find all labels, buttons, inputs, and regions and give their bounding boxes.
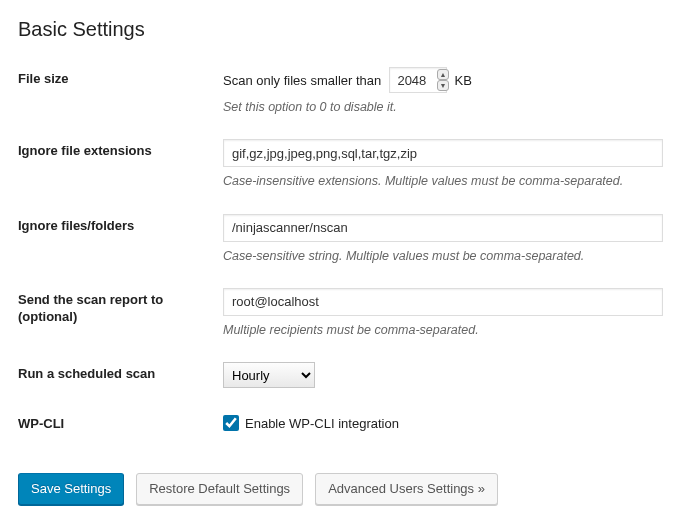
row-ignore-ext: Ignore file extensions Case-insensitive … (18, 139, 672, 189)
report-to-description: Multiple recipients must be comma-separa… (223, 322, 663, 338)
wpcli-checkbox-wrap[interactable]: Enable WP-CLI integration (223, 412, 663, 431)
row-scheduled: Run a scheduled scan Hourly (18, 362, 672, 388)
label-report-to: Send the scan report to (optional) (18, 288, 223, 326)
save-button[interactable]: Save Settings (18, 473, 124, 505)
report-to-input[interactable] (223, 288, 663, 316)
label-ignore-ext: Ignore file extensions (18, 139, 223, 160)
wpcli-checkbox[interactable] (223, 415, 239, 431)
row-wpcli: WP-CLI Enable WP-CLI integration (18, 412, 672, 433)
ignore-paths-description: Case-sensitive string. Multiple values m… (223, 248, 663, 264)
advanced-settings-button[interactable]: Advanced Users Settings » (315, 473, 498, 505)
ignore-paths-input[interactable] (223, 214, 663, 242)
page-title: Basic Settings (18, 18, 672, 41)
label-file-size: File size (18, 67, 223, 88)
spinner-up-icon[interactable]: ▲ (437, 69, 449, 80)
label-wpcli: WP-CLI (18, 412, 223, 433)
row-file-size: File size Scan only files smaller than ▲… (18, 67, 672, 115)
file-size-suffix-text: KB (455, 73, 472, 88)
spinner-down-icon[interactable]: ▼ (437, 80, 449, 91)
wpcli-checkbox-label: Enable WP-CLI integration (245, 416, 399, 431)
file-size-description: Set this option to 0 to disable it. (223, 99, 663, 115)
row-report-to: Send the scan report to (optional) Multi… (18, 288, 672, 338)
ignore-ext-description: Case-insensitive extensions. Multiple va… (223, 173, 663, 189)
restore-defaults-button[interactable]: Restore Default Settings (136, 473, 303, 505)
label-ignore-paths: Ignore files/folders (18, 214, 223, 235)
ignore-ext-input[interactable] (223, 139, 663, 167)
scheduled-select[interactable]: Hourly (223, 362, 315, 388)
buttons-row: Save Settings Restore Default Settings A… (18, 473, 672, 505)
label-scheduled: Run a scheduled scan (18, 362, 223, 383)
file-size-prefix-text: Scan only files smaller than (223, 73, 381, 88)
row-ignore-paths: Ignore files/folders Case-sensitive stri… (18, 214, 672, 264)
